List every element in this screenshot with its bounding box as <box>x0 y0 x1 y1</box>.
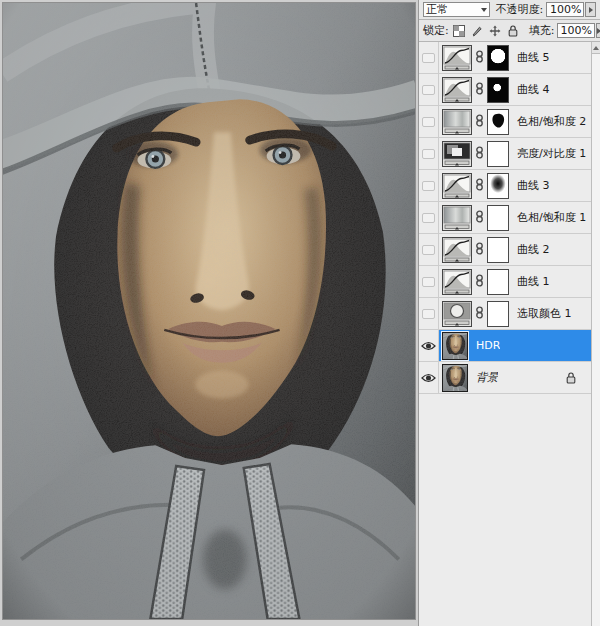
layer-mask-thumbnail[interactable] <box>487 77 509 103</box>
mask-link-icon <box>475 306 484 322</box>
lock-pixels-icon[interactable] <box>470 23 485 38</box>
opacity-label: 不透明度: <box>496 2 544 17</box>
layer-mask-thumbnail[interactable] <box>487 141 509 167</box>
layer-name[interactable]: 色相/饱和度 2 <box>517 114 586 129</box>
layer-name[interactable]: 曲线 4 <box>517 82 550 97</box>
layer-mask-thumbnail[interactable] <box>487 109 509 135</box>
photoshop-workspace: 正常 不透明度: 100% 锁定: 填充: 100% <box>0 0 600 626</box>
layer-mask-thumbnail[interactable] <box>487 237 509 263</box>
opacity-input[interactable]: 100% <box>546 2 584 17</box>
lock-transparency-icon[interactable] <box>452 23 467 38</box>
curves-adjustment-icon[interactable] <box>442 269 472 295</box>
visibility-toggle[interactable] <box>419 298 439 329</box>
layer-name[interactable]: 曲线 3 <box>517 178 550 193</box>
photo-hdr-portrait <box>2 2 416 620</box>
layers-panel: 正常 不透明度: 100% 锁定: 填充: 100% <box>418 0 600 626</box>
layer-name[interactable]: HDR <box>476 339 500 352</box>
layer-name[interactable]: 背景 <box>476 370 498 385</box>
selective-color-adjustment-icon[interactable] <box>442 301 472 327</box>
blend-mode-value: 正常 <box>426 2 448 17</box>
curves-adjustment-icon[interactable] <box>442 45 472 71</box>
scroll-up-arrow-icon[interactable] <box>592 42 600 54</box>
mask-link-icon <box>475 114 484 130</box>
layer-mask-thumbnail[interactable] <box>487 301 509 327</box>
visibility-toggle[interactable] <box>419 138 439 169</box>
layer-row-hue-saturation-1[interactable]: 色相/饱和度 1 <box>419 202 591 234</box>
visibility-toggle[interactable] <box>419 106 439 137</box>
visibility-toggle[interactable] <box>419 330 439 361</box>
visibility-toggle[interactable] <box>419 74 439 105</box>
chevron-down-icon <box>481 8 487 12</box>
lock-label: 锁定: <box>423 23 449 38</box>
layer-row-brightness-contrast-1[interactable]: 亮度/对比度 1 <box>419 138 591 170</box>
curves-adjustment-icon[interactable] <box>442 237 472 263</box>
visibility-toggle[interactable] <box>419 234 439 265</box>
lock-position-icon[interactable] <box>488 23 503 38</box>
brightness-contrast-adjustment-icon[interactable] <box>442 141 472 167</box>
layer-list: 曲线 5 曲线 4 色相/饱和度 2 <box>419 42 600 626</box>
mask-link-icon <box>475 50 484 66</box>
layer-mask-thumbnail[interactable] <box>487 269 509 295</box>
layer-thumbnail[interactable] <box>442 332 468 360</box>
layer-name[interactable]: 色相/饱和度 1 <box>517 210 586 225</box>
fill-value: 100% <box>560 24 591 37</box>
panel-scrollbar[interactable] <box>591 42 600 626</box>
hue-saturation-adjustment-icon[interactable] <box>442 205 472 231</box>
layer-name[interactable]: 亮度/对比度 1 <box>517 146 586 161</box>
mask-link-icon <box>475 274 484 290</box>
layer-row-selective-color-1[interactable]: 选取颜色 1 <box>419 298 591 330</box>
layer-row-curves-1[interactable]: 曲线 1 <box>419 266 591 298</box>
layer-row-curves-2[interactable]: 曲线 2 <box>419 234 591 266</box>
layer-row-curves-3[interactable]: 曲线 3 <box>419 170 591 202</box>
mask-link-icon <box>475 146 484 162</box>
visibility-toggle[interactable] <box>419 266 439 297</box>
layer-mask-thumbnail[interactable] <box>487 205 509 231</box>
opacity-value: 100% <box>550 3 581 16</box>
layer-name[interactable]: 曲线 2 <box>517 242 550 257</box>
layer-row-background[interactable]: 背景 <box>419 362 591 394</box>
background-lock-icon <box>566 372 576 384</box>
opacity-slider-button[interactable] <box>585 2 596 17</box>
hue-saturation-adjustment-icon[interactable] <box>442 109 472 135</box>
layer-row-hdr[interactable]: HDR <box>419 330 591 362</box>
layer-name[interactable]: 曲线 1 <box>517 274 550 289</box>
layer-mask-thumbnail[interactable] <box>487 173 509 199</box>
mask-link-icon <box>475 242 484 258</box>
layer-mask-thumbnail[interactable] <box>487 45 509 71</box>
visibility-toggle[interactable] <box>419 362 439 393</box>
layer-name[interactable]: 曲线 5 <box>517 50 550 65</box>
curves-adjustment-icon[interactable] <box>442 77 472 103</box>
fill-input[interactable]: 100% <box>557 23 594 38</box>
blend-mode-select[interactable]: 正常 <box>423 2 490 17</box>
visibility-toggle[interactable] <box>419 170 439 201</box>
lock-all-icon[interactable] <box>506 23 521 38</box>
layer-thumbnail[interactable] <box>442 364 468 392</box>
layer-name[interactable]: 选取颜色 1 <box>517 306 572 321</box>
layer-row-hue-saturation-2[interactable]: 色相/饱和度 2 <box>419 106 591 138</box>
visibility-toggle[interactable] <box>419 202 439 233</box>
mask-link-icon <box>475 210 484 226</box>
document-canvas[interactable] <box>0 0 418 626</box>
layer-row-curves-4[interactable]: 曲线 4 <box>419 74 591 106</box>
layer-row-curves-5[interactable]: 曲线 5 <box>419 42 591 74</box>
visibility-toggle[interactable] <box>419 42 439 73</box>
fill-label: 填充: <box>529 23 555 38</box>
curves-adjustment-icon[interactable] <box>442 173 472 199</box>
mask-link-icon <box>475 82 484 98</box>
fill-slider-button[interactable] <box>596 23 600 38</box>
mask-link-icon <box>475 178 484 194</box>
